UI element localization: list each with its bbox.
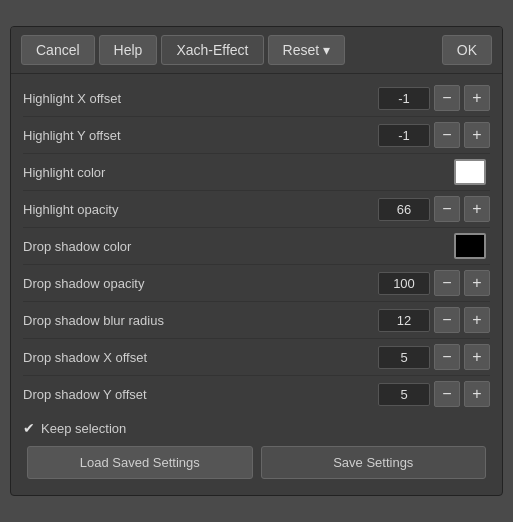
highlight-x-offset-minus-button[interactable]: − bbox=[434, 85, 460, 111]
footer: Load Saved Settings Save Settings bbox=[23, 440, 490, 483]
drop-shadow-y-value: 5 bbox=[378, 383, 430, 406]
load-settings-button[interactable]: Load Saved Settings bbox=[27, 446, 253, 479]
drop-shadow-y-label: Drop shadow Y offset bbox=[23, 387, 378, 402]
drop-shadow-blur-minus-button[interactable]: − bbox=[434, 307, 460, 333]
keep-selection-label: Keep selection bbox=[41, 421, 126, 436]
highlight-x-offset-value: -1 bbox=[378, 87, 430, 110]
keep-selection-row: ✔ Keep selection bbox=[23, 412, 490, 440]
highlight-y-offset-plus-button[interactable]: + bbox=[464, 122, 490, 148]
drop-shadow-x-minus-button[interactable]: − bbox=[434, 344, 460, 370]
drop-shadow-opacity-label: Drop shadow opacity bbox=[23, 276, 378, 291]
save-settings-button[interactable]: Save Settings bbox=[261, 446, 487, 479]
drop-shadow-opacity-plus-button[interactable]: + bbox=[464, 270, 490, 296]
highlight-y-offset-value: -1 bbox=[378, 124, 430, 147]
highlight-color-swatch[interactable] bbox=[454, 159, 486, 185]
highlight-x-offset-label: Highlight X offset bbox=[23, 91, 378, 106]
reset-button[interactable]: Reset ▾ bbox=[268, 35, 346, 65]
dialog: Cancel Help Xach-Effect Reset ▾ OK Highl… bbox=[10, 26, 503, 496]
drop-shadow-blur-label: Drop shadow blur radius bbox=[23, 313, 378, 328]
drop-shadow-y-row: Drop shadow Y offset5−+ bbox=[23, 376, 490, 412]
toolbar: Cancel Help Xach-Effect Reset ▾ OK bbox=[11, 27, 502, 74]
checkmark-icon: ✔ bbox=[23, 420, 35, 436]
drop-shadow-y-minus-button[interactable]: − bbox=[434, 381, 460, 407]
drop-shadow-x-plus-button[interactable]: + bbox=[464, 344, 490, 370]
highlight-x-offset-plus-button[interactable]: + bbox=[464, 85, 490, 111]
highlight-opacity-row: Highlight opacity66−+ bbox=[23, 191, 490, 228]
drop-shadow-color-row: Drop shadow color bbox=[23, 228, 490, 265]
xach-button[interactable]: Xach-Effect bbox=[161, 35, 263, 65]
drop-shadow-x-value: 5 bbox=[378, 346, 430, 369]
drop-shadow-opacity-minus-button[interactable]: − bbox=[434, 270, 460, 296]
drop-shadow-blur-value: 12 bbox=[378, 309, 430, 332]
ok-button[interactable]: OK bbox=[442, 35, 492, 65]
drop-shadow-opacity-value: 100 bbox=[378, 272, 430, 295]
highlight-opacity-label: Highlight opacity bbox=[23, 202, 378, 217]
highlight-x-offset-row: Highlight X offset-1−+ bbox=[23, 80, 490, 117]
highlight-opacity-minus-button[interactable]: − bbox=[434, 196, 460, 222]
drop-shadow-y-plus-button[interactable]: + bbox=[464, 381, 490, 407]
drop-shadow-blur-plus-button[interactable]: + bbox=[464, 307, 490, 333]
chevron-down-icon: ▾ bbox=[323, 42, 330, 58]
highlight-color-label: Highlight color bbox=[23, 165, 454, 180]
drop-shadow-color-label: Drop shadow color bbox=[23, 239, 454, 254]
rows-container: Highlight X offset-1−+Highlight Y offset… bbox=[23, 80, 490, 412]
content: Highlight X offset-1−+Highlight Y offset… bbox=[11, 74, 502, 495]
highlight-y-offset-label: Highlight Y offset bbox=[23, 128, 378, 143]
drop-shadow-blur-row: Drop shadow blur radius12−+ bbox=[23, 302, 490, 339]
highlight-y-offset-minus-button[interactable]: − bbox=[434, 122, 460, 148]
highlight-opacity-plus-button[interactable]: + bbox=[464, 196, 490, 222]
cancel-button[interactable]: Cancel bbox=[21, 35, 95, 65]
drop-shadow-x-label: Drop shadow X offset bbox=[23, 350, 378, 365]
drop-shadow-opacity-row: Drop shadow opacity100−+ bbox=[23, 265, 490, 302]
drop-shadow-color-swatch[interactable] bbox=[454, 233, 486, 259]
highlight-color-row: Highlight color bbox=[23, 154, 490, 191]
highlight-opacity-value: 66 bbox=[378, 198, 430, 221]
help-button[interactable]: Help bbox=[99, 35, 158, 65]
highlight-y-offset-row: Highlight Y offset-1−+ bbox=[23, 117, 490, 154]
drop-shadow-x-row: Drop shadow X offset5−+ bbox=[23, 339, 490, 376]
